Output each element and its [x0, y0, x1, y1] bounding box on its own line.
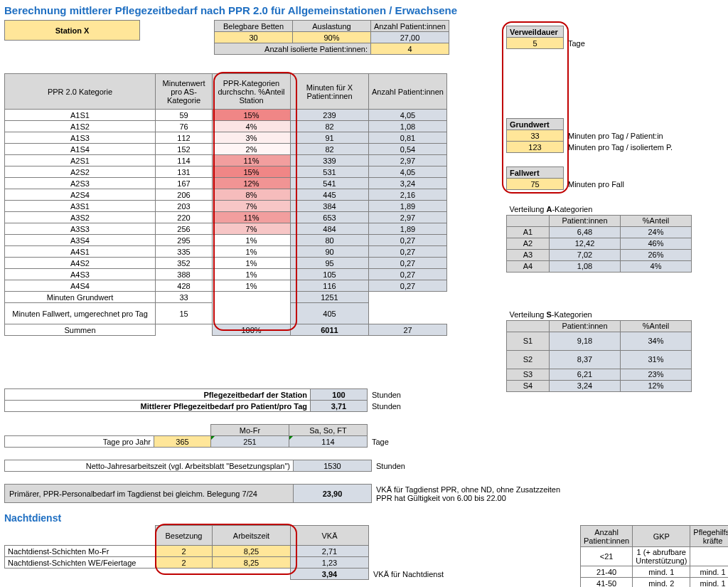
cat: A4S2 [5, 258, 156, 269]
cat: A4S3 [5, 269, 156, 280]
dist-a: Verteilung A-Kategorien Patient:innen%An… [506, 203, 692, 273]
cat: A1S3 [5, 132, 156, 144]
verweildauer: Verweildauer 5Tage [506, 26, 588, 49]
station-box: Station X [4, 20, 140, 41]
ppr-table: PPR 2.0 Kategorie Minutenwert pro AS-Kat… [4, 73, 447, 336]
staffing: Anzahl Patient:innenGKPPflegehilfs-kräft… [580, 525, 728, 587]
cat: A3S4 [5, 235, 156, 246]
cat: A2S4 [5, 189, 156, 201]
cat: A2S1 [5, 155, 156, 166]
days: Mo-FrSa, So, FT Tage pro Jahr365251114Ta… [4, 424, 392, 448]
cat: A4S1 [5, 246, 156, 258]
results: Pflegezeitbedarf der Station100Stunden M… [4, 388, 405, 412]
cat: A3S2 [5, 212, 156, 223]
fallwert: Fallwert 75Minuten pro Fall [506, 166, 627, 190]
page-title: Berechnung mittlerer Pflegezeitbedarf na… [4, 4, 722, 16]
cat: A1S1 [5, 110, 156, 121]
grundwert: Grundwert 33Minuten pro Tag / Patient:in… [506, 118, 678, 153]
nacht-table: BesetzungArbeitszeitVKÄ Nachtdienst-Schi… [4, 525, 447, 580]
cat: A1S4 [5, 144, 156, 155]
cat: A3S1 [5, 201, 156, 212]
occupancy-table: Belegbare BettenAuslastungAnzahl Patient… [214, 20, 449, 55]
cat: A3S3 [5, 223, 156, 235]
nacht-title: Nachtdienst [4, 512, 61, 524]
cat: A1S2 [5, 121, 156, 132]
sheet: Berechnung mittlerer Pflegezeitbedarf na… [4, 4, 722, 587]
dist-s: Verteilung S-Kategorien Patient:innen%An… [506, 309, 692, 392]
cat: A4S4 [5, 280, 156, 292]
netto: Netto-Jahresarbeitszeit (vgl. Arbeitsbla… [4, 460, 408, 472]
station-name: Station X [5, 21, 140, 41]
cat: A2S2 [5, 166, 156, 178]
primary1: Primärer, PPR-Personalbedarf im Tagdiens… [4, 484, 585, 503]
cat: A2S3 [5, 178, 156, 189]
